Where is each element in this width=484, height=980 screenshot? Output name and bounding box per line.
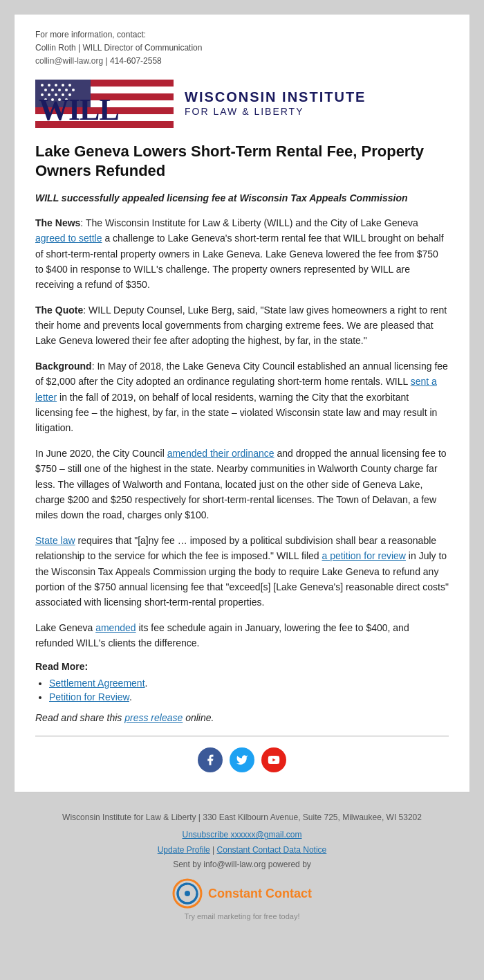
contact-sep2: | — [103, 56, 110, 66]
petition-review-link[interactable]: Petition for Review — [49, 691, 129, 702]
svg-point-10 — [48, 84, 50, 87]
update-profile-link[interactable]: Update Profile — [158, 845, 210, 855]
footer-sep: | — [210, 845, 217, 855]
sent-a-letter-link[interactable]: sent a letter — [35, 376, 437, 402]
logo-section: WILL WISCONSIN INSTITUTE FOR LAW & LIBER… — [35, 80, 449, 128]
cc-tagline: Try email marketing for free today! — [184, 910, 299, 924]
contact-phone: 414-607-2558 — [110, 56, 162, 66]
share-text2: online. — [183, 712, 214, 723]
amended-ordinance-link[interactable]: amended their ordinance — [167, 448, 274, 459]
share-text: Read and share this — [35, 712, 124, 723]
contact-sep1: | — [76, 43, 83, 53]
cc-logo: Constant Contact Try email marketing for… — [14, 878, 470, 924]
paragraph-3: Background: In May of 2018, the Lake Gen… — [35, 359, 449, 436]
twitter-icon[interactable] — [230, 747, 254, 772]
p2-bold: The Quote — [35, 305, 83, 316]
state-law-link[interactable]: State law — [35, 535, 75, 546]
org-name-line2: FOR LAW & LIBERTY — [185, 105, 366, 118]
divider — [35, 736, 449, 736]
p4-text: In June 2020, the City Council amended t… — [35, 448, 447, 521]
contact-email[interactable]: collin@will-law.org — [35, 56, 103, 66]
youtube-icon[interactable] — [261, 747, 286, 772]
footer: Wisconsin Institute for Law & Liberty | … — [0, 799, 484, 931]
cc-logo-icon — [172, 878, 203, 909]
svg-point-16 — [58, 89, 61, 91]
press-release-link[interactable]: press release — [124, 712, 183, 723]
contact-section: For more information, contact: Collin Ro… — [35, 28, 449, 69]
link-item-2: Petition for Review. — [49, 691, 449, 702]
svg-point-15 — [51, 89, 54, 91]
svg-point-11 — [55, 84, 57, 87]
main-title: Lake Geneva Lowers Short-Term Rental Fee… — [35, 142, 449, 181]
paragraph-5: State law requires that "[a]ny fee … imp… — [35, 533, 449, 610]
read-more-heading: Read More: — [35, 661, 449, 672]
paragraph-2: The Quote: WILL Deputy Counsel, Luke Ber… — [35, 302, 449, 349]
paragraph-1: The News: The Wisconsin Institute for La… — [35, 215, 449, 293]
footer-unsubscribe-row: Unsubscribe xxxxxx@gmail.com — [14, 828, 470, 843]
p3-bold: Background — [35, 361, 92, 372]
facebook-icon[interactable] — [198, 747, 223, 772]
org-name-line1: WISCONSIN INSTITUTE — [185, 89, 366, 105]
cc-name: Constant Contact — [208, 882, 312, 905]
link-item-1: Settlement Agreement. — [49, 678, 449, 689]
org-name-block: WISCONSIN INSTITUTE FOR LAW & LIBERTY — [185, 89, 366, 118]
svg-text:WILL: WILL — [39, 93, 119, 127]
p3-text: : In May of 2018, the Lake Geneva City C… — [35, 361, 448, 434]
footer-sent-by: Sent by info@will-law.org powered by — [14, 858, 470, 873]
svg-point-17 — [65, 89, 68, 91]
p6-text: Lake Geneva amended its fee schedule aga… — [35, 622, 409, 648]
svg-point-18 — [72, 89, 75, 91]
unsubscribe-link[interactable]: Unsubscribe xxxxxx@gmail.com — [183, 830, 302, 840]
svg-point-13 — [68, 84, 71, 87]
will-logo: WILL — [35, 80, 174, 128]
agreed-to-settle-link[interactable]: agreed to settle — [35, 233, 102, 244]
contact-title: WILL Director of Communication — [83, 43, 203, 53]
subtitle: WILL successfully appealed licensing fee… — [35, 191, 449, 206]
footer-address: Wisconsin Institute for Law & Liberty | … — [14, 810, 470, 826]
svg-point-9 — [41, 84, 44, 87]
social-icons — [35, 747, 449, 772]
paragraph-4: In June 2020, the City Council amended t… — [35, 446, 449, 523]
paragraph-6: Lake Geneva amended its fee schedule aga… — [35, 620, 449, 651]
p1-bold: The News — [35, 217, 80, 228]
p2-text: : WILL Deputy Counsel, Luke Berg, said, … — [35, 305, 447, 347]
share-line: Read and share this press release online… — [35, 712, 449, 723]
amended-link[interactable]: amended — [95, 622, 136, 633]
contact-data-link[interactable]: Constant Contact Data Notice — [217, 845, 327, 855]
svg-point-32 — [185, 891, 190, 896]
petition-for-review-link[interactable]: a petition for review — [322, 550, 406, 561]
svg-point-14 — [44, 89, 47, 91]
contact-name: Collin Roth — [35, 43, 76, 53]
svg-point-12 — [62, 84, 64, 87]
settlement-agreement-link[interactable]: Settlement Agreement — [49, 678, 145, 689]
contact-label: For more information, contact: — [35, 30, 146, 39]
footer-links-row: Update Profile | Constant Contact Data N… — [14, 843, 470, 858]
p1-text: : The Wisconsin Institute for Law & Libe… — [35, 217, 444, 291]
links-list: Settlement Agreement. Petition for Revie… — [49, 678, 449, 702]
